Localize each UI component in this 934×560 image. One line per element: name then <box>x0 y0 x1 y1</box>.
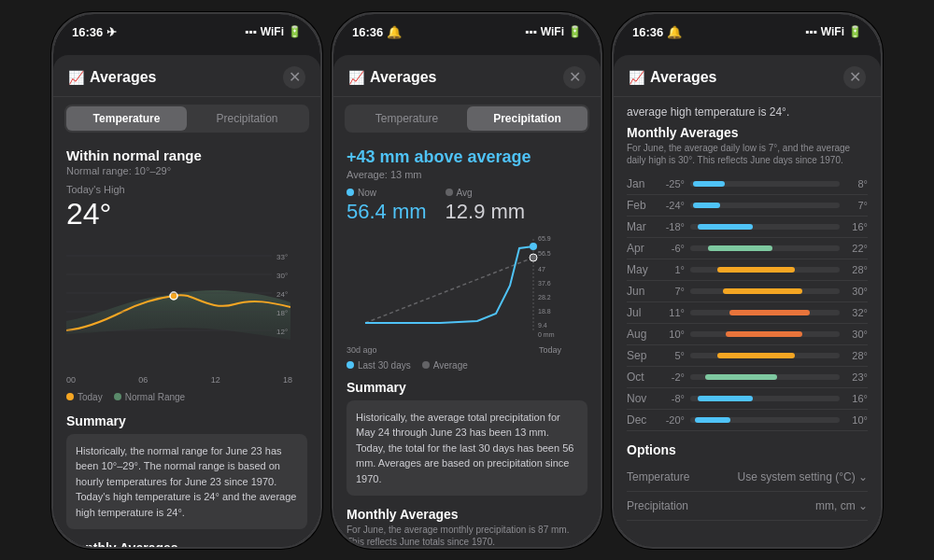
trend-icon-3: 📈 <box>629 70 644 85</box>
legend-dot-now-2 <box>347 361 354 369</box>
month-row-jun-3: Jun 7° 30° <box>627 281 868 302</box>
tab-precipitation-2[interactable]: Precipitation <box>467 106 587 131</box>
modal-title-group-3: 📈 Averages <box>629 69 716 86</box>
month-low-nov-3: -8° <box>655 393 685 404</box>
month-high-nov-3: 16° <box>845 393 868 404</box>
month-bar-may-3 <box>690 267 840 273</box>
precip-now-dot-label-2: Now <box>347 188 427 198</box>
month-bar-nov-3 <box>690 396 840 401</box>
battery-icon-3: 🔋 <box>848 25 862 38</box>
month-name-aug-3: Aug <box>627 328 655 341</box>
month-name-jan-3: Jan <box>627 177 655 190</box>
temp-chart-svg-1: 33° 30° 24° 18° 12° <box>66 237 290 358</box>
tab-bar-2: Temperature Precipitation <box>345 105 589 133</box>
close-button-2[interactable]: ✕ <box>563 66 586 89</box>
temp-value-1: 24° <box>66 197 307 231</box>
signal-icon-3: ▪▪▪ <box>805 25 817 38</box>
phone-1: 16:36 ✈ ▪▪▪ WiFi 🔋 📈 Averages ✕ Te <box>51 12 322 549</box>
modal-3[interactable]: 📈 Averages ✕ average high temperature is… <box>614 55 881 547</box>
tab-precipitation-1[interactable]: Precipitation <box>187 106 307 131</box>
option-precipitation-3[interactable]: Precipitation mm, cm ⌄ <box>627 492 868 521</box>
legend-label-normal-1: Normal Range <box>125 392 185 402</box>
svg-text:9.4: 9.4 <box>538 322 547 329</box>
month-low-apr-3: -6° <box>655 243 685 254</box>
modal-2[interactable]: 📈 Averages ✕ Temperature Precipitation +… <box>333 55 601 547</box>
month-row-dec-3: Dec -20° 10° <box>627 410 868 431</box>
svg-text:0 mm: 0 mm <box>538 331 555 337</box>
legend-dot-today-1 <box>66 393 74 400</box>
status-bar-1: 16:36 ✈ ▪▪▪ WiFi 🔋 <box>53 14 320 55</box>
close-button-1[interactable]: ✕ <box>283 66 305 89</box>
battery-icon-2: 🔋 <box>568 25 582 38</box>
legend-today-1: Today <box>66 392 103 402</box>
month-low-dec-3: -20° <box>655 414 685 426</box>
wifi-icon-1: WiFi <box>261 25 284 38</box>
precip-now-dot-2 <box>347 189 354 196</box>
monthly-title-3: Monthly Averages <box>627 125 868 140</box>
month-name-feb-3: Feb <box>627 199 655 212</box>
month-name-nov-3: Nov <box>627 392 655 405</box>
svg-text:24°: 24° <box>276 290 288 299</box>
content-1: Within normal range Normal range: 10°–29… <box>53 140 320 547</box>
month-high-jan-3: 8° <box>845 178 868 189</box>
trend-icon-2: 📈 <box>348 70 364 85</box>
status-icons-1: ▪▪▪ WiFi 🔋 <box>245 25 302 38</box>
wifi-icon-2: WiFi <box>541 25 564 38</box>
monthly-sub-2: For June, the average monthly precipitat… <box>347 524 587 547</box>
modal-title-group-1: 📈 Averages <box>68 69 156 86</box>
phone-1-screen: 16:36 ✈ ▪▪▪ WiFi 🔋 📈 Averages ✕ Te <box>53 14 320 547</box>
precip-x-labels-2: 30d agoToday <box>347 345 587 355</box>
svg-text:18.8: 18.8 <box>538 308 551 315</box>
phones-container: 16:36 ✈ ▪▪▪ WiFi 🔋 📈 Averages ✕ Te <box>0 0 934 560</box>
phone-2-screen: 16:36 🔔 ▪▪▪ WiFi 🔋 📈 Averages ✕ T <box>333 14 601 547</box>
svg-text:28.2: 28.2 <box>538 294 551 301</box>
modal-1[interactable]: 📈 Averages ✕ Temperature Precipitation W… <box>53 55 320 547</box>
month-bar-aug-3 <box>690 331 840 337</box>
precip-chart-2: 65.9 56.5 47 37.6 28.2 18.8 9.4 0 mm <box>347 230 587 342</box>
option-temperature-label-3: Temperature <box>627 470 689 483</box>
summary-title-2: Summary <box>347 380 587 395</box>
summary-box-2: Historically, the average total precipit… <box>347 400 587 497</box>
month-high-aug-3: 30° <box>845 329 868 340</box>
month-low-mar-3: -18° <box>655 221 685 232</box>
legend-label-today-1: Today <box>78 392 103 402</box>
options-section-3: Options Temperature Use system setting (… <box>614 442 881 521</box>
summary-box-1: Historically, the normal range for June … <box>66 434 307 530</box>
legend-avg-2: Average <box>422 360 468 371</box>
svg-text:37.6: 37.6 <box>538 280 551 287</box>
close-button-3[interactable]: ✕ <box>843 66 866 89</box>
month-bar-jan-3 <box>690 181 840 187</box>
month-row-oct-3: Oct -2° 23° <box>627 367 868 388</box>
precip-avg-dot-2 <box>446 189 453 196</box>
month-low-jan-3: -25° <box>655 178 685 189</box>
month-low-jul-3: 11° <box>655 307 685 318</box>
status-icons-2: ▪▪▪ WiFi 🔋 <box>525 25 582 38</box>
modal-title-3: Averages <box>650 69 716 86</box>
tab-temperature-2[interactable]: Temperature <box>347 106 467 131</box>
legend-now-label-2: Last 30 days <box>358 360 411 371</box>
month-row-aug-3: Aug 10° 30° <box>627 324 868 345</box>
month-high-mar-3: 16° <box>845 221 868 232</box>
month-row-apr-3: Apr -6° 22° <box>627 238 868 259</box>
month-low-jun-3: 7° <box>655 286 685 297</box>
precip-chart-svg-2: 65.9 56.5 47 37.6 28.2 18.8 9.4 0 mm <box>347 230 571 337</box>
month-row-mar-3: Mar -18° 16° <box>627 217 868 238</box>
time-3: 16:36 🔔 <box>632 25 682 39</box>
month-row-may-3: May 1° 28° <box>627 259 868 281</box>
month-name-oct-3: Oct <box>627 371 655 384</box>
legend-normal-1: Normal Range <box>114 392 185 402</box>
month-name-sep-3: Sep <box>627 349 655 362</box>
avg-header-text-3: average high temperature is 24°. <box>614 97 881 126</box>
phone-3: 16:36 🔔 ▪▪▪ WiFi 🔋 📈 Averages ✕ average … <box>612 12 883 549</box>
month-low-sep-3: 5° <box>655 350 685 361</box>
month-bar-sep-3 <box>690 353 840 358</box>
signal-icon-1: ▪▪▪ <box>245 25 257 38</box>
option-temperature-3[interactable]: Temperature Use system setting (°C) ⌄ <box>627 463 868 492</box>
month-name-jul-3: Jul <box>627 306 655 319</box>
month-row-jan-3: Jan -25° 8° <box>627 174 868 195</box>
legend-dot-avg-2 <box>422 361 430 369</box>
legend-now-2: Last 30 days <box>347 360 411 371</box>
tab-temperature-1[interactable]: Temperature <box>66 106 187 131</box>
battery-icon-1: 🔋 <box>288 25 302 38</box>
precip-now-val-2: 56.4 mm <box>347 200 427 224</box>
